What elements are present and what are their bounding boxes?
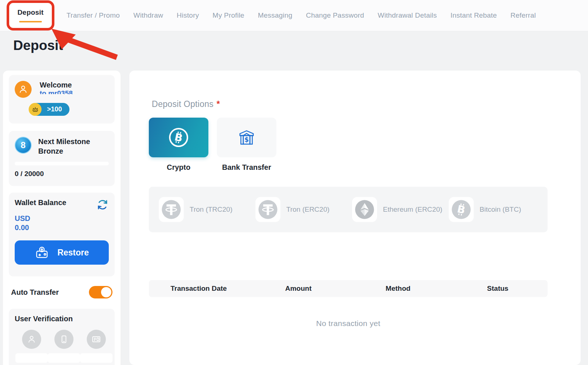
sidebar: Welcome to mr0358 >100 8 Next Milestone (3, 71, 121, 365)
active-tab-underline (19, 21, 42, 22)
bank-icon: $ (235, 126, 258, 149)
deposit-options-heading: Deposit Options* (152, 99, 220, 109)
tab-deposit-wrap: Deposit (8, 2, 53, 29)
method-crypto[interactable]: B Crypto (149, 118, 208, 172)
column-amount: Amount (248, 285, 348, 293)
milestone-progress-bar (15, 162, 109, 165)
currency-label: Ethereum (ERC20) (383, 205, 442, 214)
user-verification-title: User Verification (15, 315, 109, 323)
currency-bitcoin-btc[interactable]: B Bitcoin (BTC) (449, 197, 545, 222)
vip-level-badge: >100 (31, 103, 69, 116)
crown-icon (29, 103, 42, 116)
currency-label: Bitcoin (BTC) (480, 205, 521, 214)
welcome-username: to mr0358 (40, 89, 73, 94)
tab-withdraw[interactable]: Withdraw (133, 11, 163, 19)
crypto-method-label: Crypto (167, 163, 190, 172)
bitcoin-gray-icon: B (449, 197, 474, 222)
wallet-currency: USD (15, 214, 109, 223)
bitcoin-icon: B (167, 126, 190, 149)
milestone-level: Bronze (38, 146, 90, 156)
deposit-options-label: Deposit Options (152, 99, 214, 109)
refresh-icon (96, 198, 109, 211)
content-area: Welcome to mr0358 >100 8 Next Milestone (0, 71, 588, 365)
phone-verification-icon (54, 330, 74, 349)
wallet-balance-title: Wallet Balance (15, 198, 66, 207)
auto-transfer-label: Auto Transfer (11, 288, 59, 297)
tab-messaging[interactable]: Messaging (258, 11, 293, 19)
bank-transfer-method-label: Bank Transfer (222, 163, 271, 172)
tab-transfer-promo[interactable]: Transfer / Promo (67, 11, 120, 19)
wallet-balance-card: Wallet Balance USD 0.00 (9, 193, 115, 276)
person-icon (18, 84, 28, 94)
id-card-verification-icon (87, 330, 106, 349)
tether-icon (159, 197, 184, 222)
tether-icon (255, 197, 280, 222)
transactions-table-header: Transaction Date Amount Method Status (149, 280, 548, 297)
currency-label: Tron (TRC20) (190, 205, 232, 214)
wallet-amount: 0.00 (15, 223, 109, 232)
column-status: Status (448, 285, 548, 293)
column-transaction-date: Transaction Date (149, 285, 248, 293)
currency-label: Tron (ERC20) (286, 205, 330, 214)
tab-deposit[interactable]: Deposit (17, 8, 43, 17)
verification-phone-step[interactable] (48, 330, 80, 363)
toggle-knob (101, 287, 111, 297)
verification-profile-step[interactable] (15, 330, 48, 363)
tab-my-profile[interactable]: My Profile (212, 11, 244, 19)
restore-button-label: Restore (57, 248, 89, 258)
welcome-card: Welcome to mr0358 >100 (9, 75, 115, 124)
tab-change-password[interactable]: Change Password (306, 11, 364, 19)
verification-button-stub (80, 353, 112, 363)
required-asterisk: * (216, 99, 220, 109)
milestone-progress-text: 0 / 20000 (15, 170, 109, 178)
top-navbar: Deposit Transfer / Promo Withdraw Histor… (0, 0, 588, 31)
auto-transfer-row: Auto Transfer (9, 286, 115, 298)
bank-transfer-method-card: $ (217, 118, 276, 157)
crypto-currency-list: Tron (TRC20) Tron (ERC20) (149, 187, 548, 232)
svg-text:$: $ (244, 136, 249, 143)
milestone-title: Next Milestone (38, 137, 90, 146)
no-transaction-message: No transaction yet (149, 319, 548, 328)
profile-verification-icon (22, 330, 41, 349)
tab-instant-rebate[interactable]: Instant Rebate (451, 11, 497, 19)
currency-tron-trc20[interactable]: Tron (TRC20) (159, 197, 255, 222)
auto-transfer-toggle[interactable] (89, 286, 112, 298)
restore-button[interactable]: Restore (15, 240, 109, 265)
deposit-panel: Deposit Options* B Cr (129, 71, 581, 365)
welcome-greeting: Welcome (40, 81, 73, 89)
currency-ethereum-erc20[interactable]: Ethereum (ERC20) (352, 197, 449, 222)
coin-icon: 8 (15, 137, 32, 154)
column-method: Method (348, 285, 448, 293)
nav-tabs: Deposit Transfer / Promo Withdraw Histor… (8, 2, 536, 29)
user-verification-card: User Verification (9, 309, 115, 365)
refresh-balance-button[interactable] (96, 198, 109, 211)
currency-tron-erc20[interactable]: Tron (ERC20) (255, 197, 352, 222)
deposit-methods: B Crypto (149, 118, 276, 172)
verification-button-stub (15, 353, 48, 363)
ethereum-icon (352, 197, 377, 222)
wallet-icon (35, 246, 49, 259)
page-title: Deposit (13, 38, 63, 53)
tab-withdrawal-details[interactable]: Withdrawal Details (378, 11, 437, 19)
vip-badge-value: >100 (47, 105, 62, 113)
crypto-method-card: B (149, 118, 208, 157)
verification-button-stub (48, 353, 80, 363)
tab-history[interactable]: History (177, 11, 199, 19)
method-bank-transfer[interactable]: $ Bank Transfer (217, 118, 276, 172)
milestone-card: 8 Next Milestone Bronze 0 / 20000 (9, 131, 115, 186)
tab-referral[interactable]: Referral (510, 11, 536, 19)
verification-id-step[interactable] (80, 330, 112, 363)
user-avatar (15, 81, 32, 98)
